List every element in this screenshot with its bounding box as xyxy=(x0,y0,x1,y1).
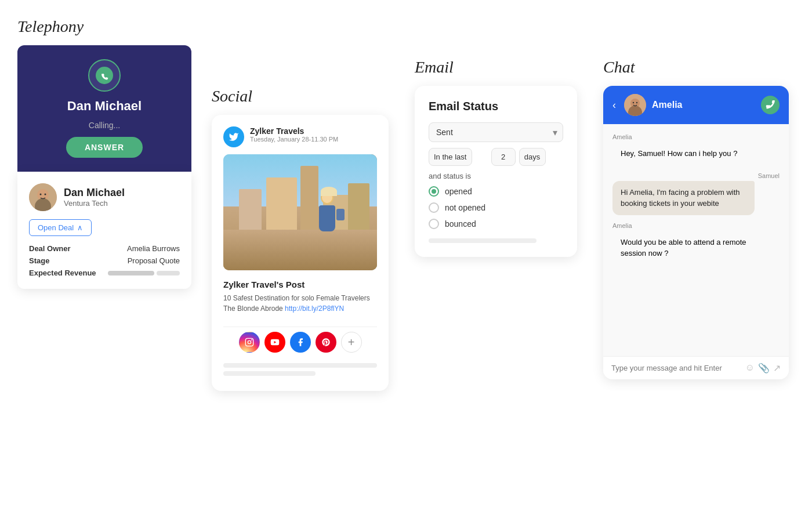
social-title: Social xyxy=(212,87,389,106)
twitter-icon xyxy=(223,126,244,147)
message-2: Samuel Hi Amelia, I'm facing a problem w… xyxy=(612,172,780,215)
email-bottom-bar xyxy=(429,238,536,243)
social-icons-row: + xyxy=(223,327,377,357)
open-deal-button[interactable]: Open Deal ∧ xyxy=(29,219,92,236)
emoji-icon[interactable]: ☺ xyxy=(745,362,755,374)
time-period-select[interactable]: In the last xyxy=(429,148,472,166)
contact-avatar xyxy=(29,183,57,211)
telephony-section: Telephony Dan Michael Calling... ANSWER xyxy=(17,17,191,289)
filter-number-input[interactable] xyxy=(491,148,516,166)
chat-contact-name: Amelia xyxy=(652,100,755,110)
chat-body: Amelia Hey, Samuel! How can i help you ?… xyxy=(603,124,789,356)
status-bounced[interactable]: bounced xyxy=(429,219,563,229)
chat-section: Chat ‹ Amelia xyxy=(603,58,789,379)
status-radio-group: opened not opened bounced xyxy=(429,186,563,229)
social-section: Social Zylker Travels Tuesday, January 2… xyxy=(212,87,389,391)
email-card-title: Email Status xyxy=(429,100,563,113)
pinterest-button[interactable] xyxy=(316,332,336,353)
phone-icon xyxy=(766,100,775,110)
svg-point-14 xyxy=(636,102,637,103)
social-header: Zylker Travels Tuesday, January 28-11.30… xyxy=(223,126,377,147)
revenue-bar xyxy=(108,271,180,277)
social-account-name: Zylker Travels xyxy=(250,126,338,136)
email-title: Email xyxy=(415,58,577,77)
svg-point-13 xyxy=(633,102,634,103)
social-card: Zylker Travels Tuesday, January 28-11.30… xyxy=(212,115,389,391)
revenue-row: Expected Revenue xyxy=(29,269,180,277)
filter-row: In the last days xyxy=(429,148,563,166)
telephony-title: Telephony xyxy=(17,17,191,36)
msg-bubble-0: Hey, Samuel! How can i help you ? xyxy=(612,142,755,165)
days-select[interactable]: days xyxy=(519,148,546,166)
social-post-image xyxy=(223,154,377,270)
post-content: Zylker Travel's Post 10 Safest Destinati… xyxy=(223,277,377,318)
incoming-call-card: Dan Michael Calling... ANSWER xyxy=(17,45,191,172)
message-3: Amelia Would you be able to attend a rem… xyxy=(612,222,780,265)
status-opened[interactable]: opened xyxy=(429,186,563,197)
status-not-opened[interactable]: not opened xyxy=(429,202,563,213)
deal-owner-row: Deal Owner Amelia Burrows xyxy=(29,244,180,253)
not-opened-radio[interactable] xyxy=(429,202,439,213)
post-title: Zylker Travel's Post xyxy=(223,280,377,289)
email-section: Email Email Status Sent ▾ In the last da… xyxy=(415,58,577,257)
youtube-button[interactable] xyxy=(264,332,285,353)
send-icon[interactable]: ↗ xyxy=(773,362,781,374)
instagram-button[interactable] xyxy=(239,332,260,353)
facebook-button[interactable] xyxy=(290,332,311,353)
and-status-label: and status is xyxy=(429,172,563,180)
chat-action-icons: ☺ 📎 ↗ xyxy=(745,362,781,374)
chat-header: ‹ Amelia xyxy=(603,86,789,124)
svg-point-8 xyxy=(251,339,252,340)
sent-select[interactable]: Sent xyxy=(429,122,563,142)
chat-title: Chat xyxy=(603,58,789,77)
msg-sender-0: Amelia xyxy=(612,133,780,140)
phone-icon xyxy=(96,67,113,84)
svg-point-0 xyxy=(96,67,113,84)
contact-company: Ventura Tech xyxy=(64,199,125,208)
sent-select-wrapper: Sent ▾ xyxy=(429,122,563,142)
chat-contact-avatar xyxy=(624,94,646,116)
chat-call-button[interactable] xyxy=(761,96,780,114)
svg-point-5 xyxy=(45,194,46,195)
msg-bubble-1: Hi Amelia, I'm facing a problem with boo… xyxy=(612,181,755,215)
deal-card: Dan Michael Ventura Tech Open Deal ∧ Dea… xyxy=(17,172,191,289)
email-card: Email Status Sent ▾ In the last days and… xyxy=(415,86,577,257)
chat-card: ‹ Amelia Amelia xyxy=(603,86,789,379)
social-account-info: Zylker Travels Tuesday, January 28-11.30… xyxy=(250,126,338,143)
msg-sender-1: Samuel xyxy=(612,172,780,179)
chat-message-input[interactable] xyxy=(611,364,741,372)
answer-button[interactable]: ANSWER xyxy=(66,137,143,158)
social-bottom-bars xyxy=(223,363,377,376)
contact-row: Dan Michael Ventura Tech xyxy=(29,183,180,211)
bounced-radio[interactable] xyxy=(429,219,439,229)
caller-name: Dan Michael xyxy=(67,99,142,114)
contact-name: Dan Michael xyxy=(64,187,125,199)
msg-sender-2: Amelia xyxy=(612,222,780,229)
chat-input-area: ☺ 📎 ↗ xyxy=(603,356,789,379)
chevron-up-icon: ∧ xyxy=(77,223,83,232)
post-text: 10 Safest Destination for solo Female Tr… xyxy=(223,293,377,314)
stage-row: Stage Proposal Quote xyxy=(29,256,180,265)
svg-point-4 xyxy=(40,194,42,195)
opened-radio[interactable] xyxy=(429,186,439,197)
contact-info: Dan Michael Ventura Tech xyxy=(64,187,125,208)
social-post-time: Tuesday, January 28-11.30 PM xyxy=(250,136,338,143)
msg-bubble-2: Would you be able to attend a remote ses… xyxy=(612,231,755,265)
attachment-icon[interactable]: 📎 xyxy=(758,362,770,374)
post-link[interactable]: http://bit.ly/2P8flYN xyxy=(285,304,344,313)
message-1: Amelia Hey, Samuel! How can i help you ? xyxy=(612,133,780,165)
deal-info: Deal Owner Amelia Burrows Stage Proposal… xyxy=(29,244,180,277)
call-status: Calling... xyxy=(89,121,120,130)
chat-back-button[interactable]: ‹ xyxy=(612,99,616,111)
caller-avatar-ring xyxy=(88,59,121,92)
add-social-button[interactable]: + xyxy=(341,332,362,353)
svg-point-7 xyxy=(248,340,251,343)
